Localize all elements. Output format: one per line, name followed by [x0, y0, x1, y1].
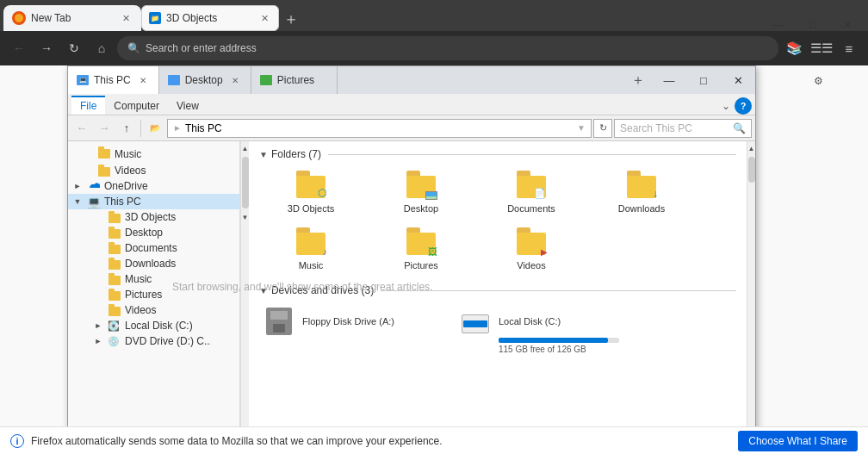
onedrive-icon-sm	[87, 180, 101, 192]
nav-reload-button[interactable]: ↻	[62, 36, 86, 60]
folder-icon-downloads-lg: ↓	[625, 171, 658, 200]
choose-share-button[interactable]: Choose What I Share	[738, 431, 858, 451]
folder-item-documents[interactable]: 📄 Documents	[480, 167, 583, 217]
fe-nav-back-btn[interactable]: ←	[71, 118, 92, 139]
sidebar-item-music[interactable]: Music	[68, 145, 239, 163]
fe-minimize-btn[interactable]: —	[652, 66, 686, 94]
expand-icon-documents	[92, 242, 104, 254]
folder-item-3d-objects[interactable]: ⬡ 3D Objects	[259, 167, 363, 217]
browser-close-btn[interactable]: ✕	[830, 18, 865, 31]
desktop-overlay-icon	[425, 191, 437, 200]
nav-home-button[interactable]: ⌂	[90, 36, 114, 60]
folders-section-header[interactable]: ▼ Folders (7)	[259, 148, 736, 160]
menu-icon[interactable]: ≡	[837, 36, 861, 60]
fe-search-icon[interactable]: 🔍	[733, 122, 746, 134]
tab-3d-objects[interactable]: 📁 3D Objects ✕	[141, 5, 279, 31]
bookmarks-icon[interactable]: ☰☰	[809, 36, 834, 60]
sidebar-scroll-up-btn[interactable]: ▲	[241, 141, 250, 155]
fe-tab-icon-pictures	[260, 75, 272, 85]
drive-header-floppy: Floppy Disk Drive (A:)	[263, 307, 445, 336]
drive-item-local-c[interactable]: Local Disk (C:) 115 GB free of 126 GB	[456, 303, 645, 358]
fe-maximize-btn[interactable]: □	[686, 66, 721, 94]
fe-ribbon-expand-btn[interactable]: ⌄	[717, 97, 735, 115]
expand-icon-videos2	[92, 304, 104, 316]
sidebar-item-desktop[interactable]: Desktop	[68, 225, 239, 240]
sidebar-scroll-down-btn[interactable]: ▼	[241, 210, 250, 224]
folder-item-music[interactable]: ♪ Music	[259, 224, 363, 274]
drive-item-floppy[interactable]: Floppy Disk Drive (A:)	[259, 303, 449, 358]
sidebar-item-onedrive[interactable]: ► OneDrive	[68, 178, 239, 194]
sidebar-label-videos: Videos	[115, 165, 146, 177]
folder-icon-pictures-sm	[108, 289, 121, 301]
sidebar-label-downloads: Downloads	[125, 258, 176, 270]
fe-tab-label-this-pc: This PC	[94, 74, 131, 86]
tab-new-tab[interactable]: New Tab ✕	[3, 5, 141, 31]
fe-nav-up-btn[interactable]: ↑	[116, 118, 137, 139]
fe-nav-recent-btn[interactable]: 📂	[145, 118, 165, 139]
fe-nav-refresh-btn[interactable]: ↻	[593, 119, 612, 138]
fe-ribbon-tab-view[interactable]: View	[168, 96, 208, 115]
fe-ribbon-tab-file[interactable]: File	[71, 96, 105, 115]
fe-search-box[interactable]: Search This PC 🔍	[614, 119, 752, 138]
fe-main-content: ▼ Folders (7) ⬡ 3D Objects	[249, 141, 747, 454]
music-overlay-icon: ♪	[323, 246, 328, 257]
sidebar-item-3d-objects[interactable]: 3D Objects	[68, 209, 239, 225]
main-scroll-track	[747, 155, 756, 454]
sidebar-item-videos2[interactable]: Videos	[68, 302, 239, 318]
url-bar[interactable]: 🔍 Search or enter address	[117, 36, 778, 60]
3d-overlay-icon: ⬡	[318, 187, 326, 199]
tab-close-3d[interactable]: ✕	[257, 11, 271, 25]
fe-tab-desktop[interactable]: Desktop ✕	[159, 66, 251, 94]
sidebar-scroll-thumb[interactable]	[242, 157, 249, 208]
downloads-overlay-icon: ↓	[653, 188, 658, 200]
nav-forward-button[interactable]: →	[34, 36, 59, 60]
sidebar-item-dvd-d[interactable]: ► 💿 DVD Drive (D:) C...	[68, 333, 239, 349]
fe-close-btn[interactable]: ✕	[721, 66, 755, 94]
sidebar-label-3d-objects: 3D Objects	[125, 211, 176, 223]
fe-new-tab-button[interactable]: ＋	[624, 66, 652, 94]
fe-tab-close-desktop[interactable]: ✕	[228, 73, 242, 87]
folders-section-label: Folders (7)	[271, 148, 321, 160]
folder-item-downloads[interactable]: ↓ Downloads	[590, 167, 693, 217]
fe-ribbon-tab-computer[interactable]: Computer	[105, 96, 168, 115]
drive-c-bar	[499, 338, 608, 343]
fe-ribbon-help-btn[interactable]: ?	[735, 97, 752, 115]
address-bar: ← → ↻ ⌂ 🔍 Search or enter address 📚 ☰☰ ≡	[0, 31, 868, 65]
breadcrumb-dropdown[interactable]: ▼	[577, 123, 586, 133]
folder-icon-videos-lg: ▶	[515, 227, 548, 257]
tab-close-new[interactable]: ✕	[119, 11, 133, 25]
sidebar-item-this-pc[interactable]: ▼ 💻 This PC	[68, 194, 239, 209]
fe-breadcrumb[interactable]: ► This PC ▼	[167, 119, 592, 138]
expand-icon-music2	[92, 273, 104, 285]
folder-label-documents: Documents	[507, 203, 555, 214]
library-icon[interactable]: 📚	[782, 36, 806, 60]
sidebar-label-dvd-d: DVD Drive (D:) C...	[125, 335, 211, 347]
fe-nav-forward-btn[interactable]: →	[94, 118, 115, 139]
new-tab-button[interactable]: ＋	[279, 7, 303, 31]
fe-tab-pictures[interactable]: Pictures	[251, 66, 338, 94]
nav-back-button[interactable]: ←	[7, 36, 31, 60]
fe-tab-close-this-pc[interactable]: ✕	[136, 73, 150, 87]
page-settings-icon[interactable]: ⚙	[806, 69, 830, 93]
browser-minimize-btn[interactable]: —	[761, 18, 796, 31]
folder-item-pictures[interactable]: 🖼 Pictures	[369, 224, 473, 274]
sidebar-item-local-c[interactable]: ► 💽 Local Disk (C:)	[68, 318, 239, 333]
sidebar-item-documents[interactable]: Documents	[68, 240, 239, 256]
main-scroll-up-btn[interactable]: ▲	[747, 141, 756, 155]
expand-icon-3d	[92, 211, 104, 223]
main-scroll-thumb[interactable]	[748, 157, 755, 183]
folder-item-desktop[interactable]: Desktop	[369, 167, 473, 217]
browser-maximize-btn[interactable]: □	[796, 18, 830, 31]
fe-nav-bar: ← → ↑ 📂 ► This PC ▼ ↻ Search This PC 🔍	[68, 115, 755, 141]
pictures-overlay-icon: 🖼	[428, 246, 437, 257]
fe-tab-this-pc[interactable]: 💻 This PC ✕	[68, 66, 159, 94]
sidebar-label-pictures: Pictures	[125, 289, 162, 301]
sidebar-item-videos[interactable]: Videos	[68, 163, 239, 178]
info-bar-text: Firefox automatically sends some data to…	[31, 435, 731, 447]
fe-tab-bar: 💻 This PC ✕ Desktop ✕ Pictures	[68, 66, 624, 94]
folder-item-videos[interactable]: ▶ Videos	[480, 224, 583, 274]
main-scrollbar: ▲ ▼	[747, 141, 755, 454]
browser-window: New Tab ✕ 📁 3D Objects ✕ ＋ — □ ✕ ← → ↻ ⌂	[0, 0, 868, 454]
fe-sidebar: Music Videos ►	[68, 141, 240, 454]
sidebar-item-downloads[interactable]: Downloads	[68, 256, 239, 271]
